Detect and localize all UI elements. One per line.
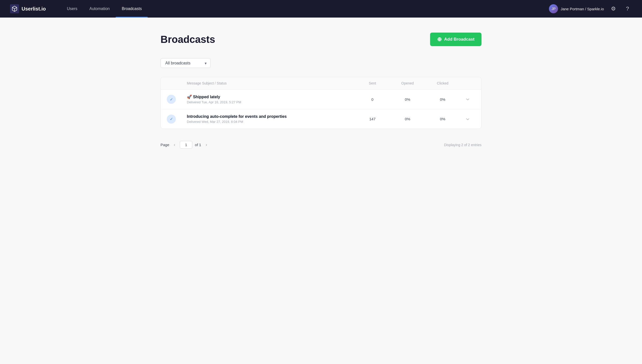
page-prev-button[interactable]: ‹ <box>172 141 177 148</box>
col-header-empty <box>167 81 187 85</box>
avatar-initials: JP <box>551 7 555 11</box>
expand-icon[interactable] <box>460 117 475 121</box>
row-sent: 147 <box>355 117 390 121</box>
message-status: Delivered Tue, Apr 16, 2019, 5:27 PM <box>187 100 355 104</box>
add-broadcast-label: Add Broadcast <box>444 37 474 42</box>
col-header-subject: Message Subject / Status <box>187 81 355 85</box>
main-content: Broadcasts ⊕ Add Broadcast All broadcast… <box>145 18 497 167</box>
user-display: Jane Portman / Sparkle.io <box>560 7 604 11</box>
row-check-col: ✓ <box>167 95 187 104</box>
message-subject: Introducing auto-complete for events and… <box>187 114 355 119</box>
chevron-down-icon <box>466 117 470 121</box>
row-opened: 0% <box>390 117 425 121</box>
brand-logo[interactable]: Userlist.io <box>10 4 46 13</box>
row-opened: 0% <box>390 97 425 102</box>
check-icon: ✓ <box>167 115 176 124</box>
col-header-expand <box>460 81 475 85</box>
table-header: Message Subject / Status Sent Opened Cli… <box>161 77 481 89</box>
broadcasts-table: Message Subject / Status Sent Opened Cli… <box>160 77 482 129</box>
nav-link-users[interactable]: Users <box>61 0 84 18</box>
table-row[interactable]: ✓ 🚀 Shipped lately Delivered Tue, Apr 16… <box>161 89 481 109</box>
col-header-opened: Opened <box>390 81 425 85</box>
row-check-col: ✓ <box>167 115 187 124</box>
nav-links: Users Automation Broadcasts <box>61 0 549 18</box>
filter-select-wrapper: All broadcasts Draft Sent Scheduled <box>160 58 211 68</box>
col-header-clicked: Clicked <box>425 81 460 85</box>
pagination-row: Page ‹ of 1 › Displaying 2 of 2 entries <box>160 138 482 152</box>
message-subject: 🚀 Shipped lately <box>187 95 355 99</box>
row-message-col: Introducing auto-complete for events and… <box>187 114 355 124</box>
user-info: JP Jane Portman / Sparkle.io <box>549 4 604 13</box>
message-status: Delivered Wed, Mar 27, 2019, 8:04 PM <box>187 120 355 124</box>
pagination-left: Page ‹ of 1 › <box>160 141 209 149</box>
row-sent: 0 <box>355 97 390 102</box>
page-number-input[interactable] <box>180 141 192 149</box>
nav-link-broadcasts[interactable]: Broadcasts <box>116 0 148 18</box>
page-of-label: of 1 <box>195 143 201 147</box>
brand-icon <box>10 4 19 13</box>
avatar: JP <box>549 4 558 13</box>
row-message-col: 🚀 Shipped lately Delivered Tue, Apr 16, … <box>187 95 355 104</box>
page-header: Broadcasts ⊕ Add Broadcast <box>160 33 482 46</box>
filter-row: All broadcasts Draft Sent Scheduled <box>160 58 482 68</box>
brand-name: Userlist.io <box>22 6 46 12</box>
expand-icon[interactable] <box>460 97 475 101</box>
page-label: Page <box>160 143 169 147</box>
settings-button[interactable]: ⚙ <box>609 4 618 13</box>
row-clicked: 0% <box>425 97 460 102</box>
chevron-down-icon <box>466 97 470 101</box>
add-broadcast-button[interactable]: ⊕ Add Broadcast <box>430 33 482 46</box>
help-button[interactable]: ? <box>623 4 632 13</box>
col-header-sent: Sent <box>355 81 390 85</box>
page-title: Broadcasts <box>160 34 215 45</box>
page-next-button[interactable]: › <box>204 141 209 148</box>
nav-link-automation[interactable]: Automation <box>83 0 116 18</box>
navbar: Userlist.io Users Automation Broadcasts … <box>0 0 642 18</box>
check-icon: ✓ <box>167 95 176 104</box>
row-clicked: 0% <box>425 117 460 121</box>
broadcasts-filter-select[interactable]: All broadcasts Draft Sent Scheduled <box>160 58 211 68</box>
entries-count: Displaying 2 of 2 entries <box>444 143 482 147</box>
navbar-right: JP Jane Portman / Sparkle.io ⚙ ? <box>549 4 632 13</box>
table-row[interactable]: ✓ Introducing auto-complete for events a… <box>161 109 481 129</box>
add-broadcast-plus-icon: ⊕ <box>437 36 442 43</box>
